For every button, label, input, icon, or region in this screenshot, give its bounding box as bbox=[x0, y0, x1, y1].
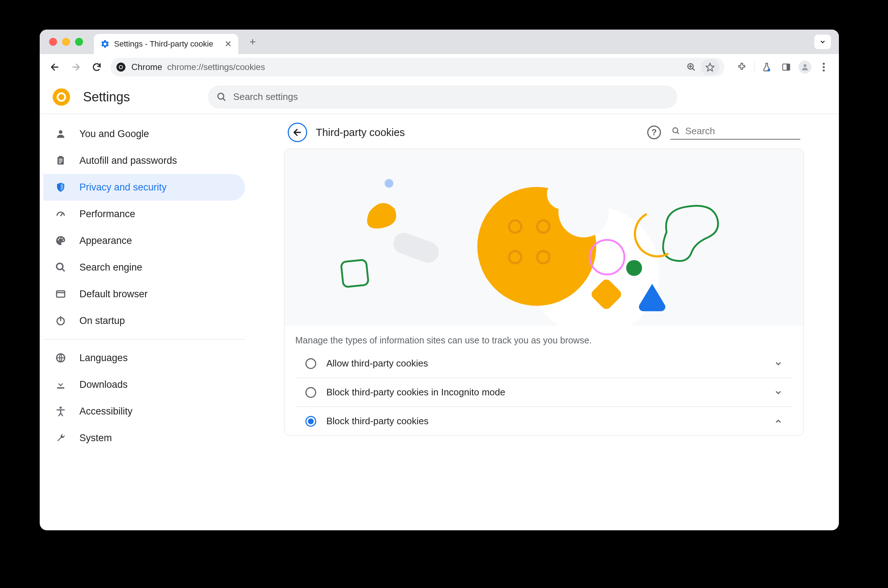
url-text: chrome://settings/cookies bbox=[167, 62, 265, 72]
settings-body: You and Google Autofill and passwords Pr… bbox=[40, 114, 839, 530]
svg-rect-31 bbox=[391, 230, 442, 266]
chrome-menu-button[interactable] bbox=[816, 60, 831, 74]
fullscreen-window-button[interactable] bbox=[75, 38, 83, 46]
collapse-button[interactable] bbox=[774, 417, 783, 426]
labs-button[interactable] bbox=[759, 60, 774, 74]
url-scheme-label: Chrome bbox=[131, 62, 162, 72]
forward-button[interactable] bbox=[69, 60, 83, 74]
page-title: Third-party cookies bbox=[316, 127, 405, 138]
svg-rect-32 bbox=[341, 260, 368, 287]
browser-tab[interactable]: Settings - Third-party cookie ✕ bbox=[94, 34, 238, 54]
option-block-incognito[interactable]: Block third-party cookies in Incognito m… bbox=[295, 378, 793, 406]
search-icon bbox=[216, 92, 227, 102]
new-tab-button[interactable]: + bbox=[245, 34, 260, 49]
page-header: Third-party cookies ? bbox=[284, 118, 804, 148]
page-search[interactable] bbox=[670, 126, 800, 140]
sidebar-item-search-engine[interactable]: Search engine bbox=[43, 254, 245, 280]
cookie-options: Allow third-party cookies Block third-pa… bbox=[284, 349, 804, 435]
sidebar-item-autofill[interactable]: Autofill and passwords bbox=[43, 147, 245, 174]
reload-button[interactable] bbox=[90, 60, 104, 74]
settings-sidebar: You and Google Autofill and passwords Pr… bbox=[40, 114, 249, 530]
expand-button[interactable] bbox=[774, 388, 783, 397]
search-icon bbox=[672, 126, 680, 136]
sidebar-item-you-and-google[interactable]: You and Google bbox=[43, 120, 245, 147]
sidebar-item-downloads[interactable]: Downloads bbox=[43, 371, 245, 398]
svg-point-12 bbox=[59, 130, 62, 134]
sidebar-label: You and Google bbox=[80, 128, 149, 140]
zoom-icon bbox=[687, 62, 696, 72]
reload-icon bbox=[92, 62, 102, 72]
chevron-down-icon bbox=[819, 38, 826, 45]
sidebar-item-appearance[interactable]: Appearance bbox=[43, 227, 245, 254]
window-icon bbox=[54, 289, 67, 299]
settings-title: Settings bbox=[83, 90, 130, 105]
expand-button[interactable] bbox=[774, 359, 783, 368]
sidebar-label: Autofill and passwords bbox=[80, 155, 177, 166]
help-button[interactable]: ? bbox=[647, 126, 661, 139]
sidebar-item-system[interactable]: System bbox=[43, 424, 245, 451]
bookmark-button[interactable] bbox=[701, 59, 720, 75]
separator bbox=[754, 62, 754, 72]
extensions-button[interactable] bbox=[735, 60, 749, 74]
power-icon bbox=[54, 315, 67, 326]
side-panel-icon bbox=[781, 62, 791, 72]
sidebar-item-privacy-security[interactable]: Privacy and security bbox=[43, 174, 245, 201]
option-label: Block third-party cookies in Incognito m… bbox=[326, 387, 505, 398]
minimize-window-button[interactable] bbox=[62, 38, 70, 46]
sidebar-item-languages[interactable]: Languages bbox=[43, 345, 245, 371]
option-label: Allow third-party cookies bbox=[326, 358, 428, 369]
svg-point-41 bbox=[626, 260, 642, 276]
chevron-down-icon bbox=[774, 359, 783, 368]
sidebar-label: Languages bbox=[80, 352, 128, 364]
chrome-canary-icon bbox=[53, 88, 70, 106]
radio-icon bbox=[305, 358, 316, 369]
flask-icon bbox=[762, 62, 772, 72]
back-button[interactable] bbox=[48, 60, 62, 74]
profile-button[interactable] bbox=[798, 61, 811, 74]
svg-rect-6 bbox=[787, 64, 790, 70]
settings-search-placeholder: Search settings bbox=[233, 91, 298, 102]
cookie-description: Manage the types of information sites ca… bbox=[284, 326, 804, 349]
page-back-button[interactable] bbox=[288, 123, 307, 142]
settings-content: Third-party cookies ? bbox=[249, 114, 839, 530]
search-icon bbox=[54, 262, 67, 273]
address-bar[interactable]: Chrome chrome://settings/cookies bbox=[110, 58, 724, 76]
chrome-icon bbox=[116, 62, 126, 72]
settings-gear-icon bbox=[100, 39, 110, 49]
sidebar-divider bbox=[43, 339, 245, 339]
browser-toolbar: Chrome chrome://settings/cookies bbox=[40, 54, 839, 80]
settings-search[interactable]: Search settings bbox=[208, 86, 677, 109]
svg-point-2 bbox=[119, 66, 122, 69]
sidebar-label: Performance bbox=[80, 208, 135, 220]
sidebar-label: Default browser bbox=[80, 289, 148, 300]
page-search-input[interactable] bbox=[685, 126, 799, 137]
clipboard-icon bbox=[54, 155, 67, 166]
cookie-settings-card: Manage the types of information sites ca… bbox=[284, 148, 804, 436]
svg-rect-23 bbox=[57, 291, 65, 297]
tab-search-button[interactable] bbox=[814, 34, 831, 49]
sidebar-item-accessibility[interactable]: Accessibility bbox=[43, 398, 245, 424]
zoom-button[interactable] bbox=[683, 59, 699, 75]
svg-rect-26 bbox=[57, 387, 64, 389]
star-icon bbox=[705, 62, 715, 72]
close-tab-icon[interactable]: ✕ bbox=[224, 39, 232, 49]
sidebar-item-default-browser[interactable]: Default browser bbox=[43, 280, 245, 308]
svg-point-7 bbox=[804, 64, 807, 67]
sidebar-item-performance[interactable]: Performance bbox=[43, 201, 245, 227]
sidebar-label: System bbox=[80, 432, 112, 444]
sidebar-label: Appearance bbox=[80, 235, 132, 246]
svg-point-8 bbox=[823, 62, 825, 64]
option-allow-third-party[interactable]: Allow third-party cookies bbox=[295, 349, 793, 378]
settings-header: Settings Search settings bbox=[40, 80, 839, 114]
tab-title: Settings - Third-party cookie bbox=[114, 39, 213, 49]
svg-rect-14 bbox=[59, 156, 62, 158]
close-window-button[interactable] bbox=[49, 38, 57, 46]
person-icon bbox=[801, 63, 809, 71]
side-panel-button[interactable] bbox=[779, 60, 793, 74]
svg-point-19 bbox=[59, 237, 61, 239]
option-block-third-party[interactable]: Block third-party cookies bbox=[295, 406, 793, 435]
cookie-illustration bbox=[284, 149, 804, 326]
sidebar-item-on-startup[interactable]: On startup bbox=[43, 308, 245, 334]
sidebar-label: On startup bbox=[80, 315, 125, 327]
accessibility-icon bbox=[54, 406, 67, 417]
